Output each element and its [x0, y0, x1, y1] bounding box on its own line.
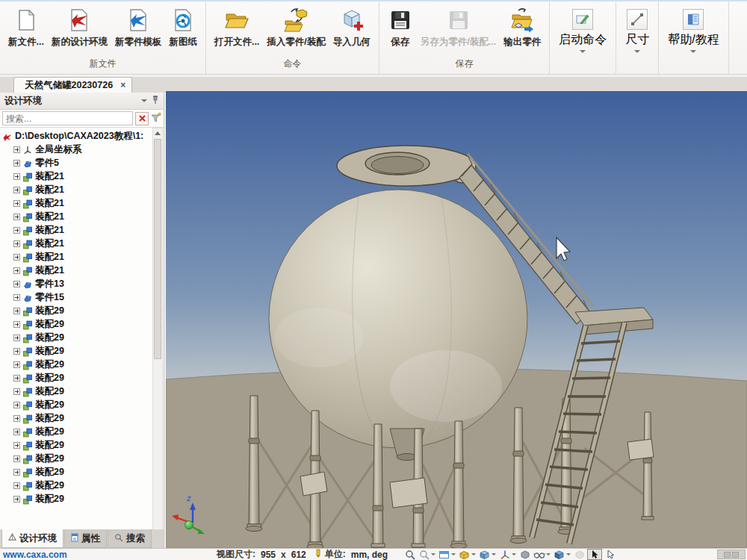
save-as-button[interactable]: 另存为零件/装配... — [418, 4, 498, 52]
tab-close-icon[interactable]: × — [120, 80, 125, 90]
expand-toggle-icon[interactable] — [13, 281, 20, 287]
tab-search[interactable]: 搜索 — [108, 529, 152, 548]
view-window-icon[interactable] — [438, 550, 450, 560]
expand-toggle-icon[interactable] — [13, 254, 20, 261]
tree-item[interactable]: 装配29 — [0, 371, 152, 385]
new-part-template-button[interactable]: 新零件模板 — [113, 4, 164, 52]
expand-toggle-icon[interactable] — [13, 348, 20, 355]
tree-item[interactable]: 装配29 — [0, 492, 152, 505]
tree-item[interactable]: 装配21 — [0, 169, 152, 183]
chevron-down-icon[interactable] — [492, 553, 496, 556]
viewport-3d[interactable]: z — [166, 91, 747, 548]
scrollbar-thumb[interactable] — [154, 139, 161, 359]
tab-properties[interactable]: 属性 — [64, 529, 107, 548]
orientation-icon[interactable] — [498, 550, 511, 560]
tree-item[interactable]: 装配21 — [0, 223, 152, 237]
tree-item[interactable]: 装配29 — [0, 344, 152, 358]
expand-toggle-icon[interactable] — [13, 214, 20, 220]
tree-item[interactable]: 装配29 — [0, 358, 152, 371]
new-drawing-button[interactable]: 新图纸 — [167, 4, 199, 52]
tank-top-ring[interactable] — [337, 146, 476, 186]
select-tool-icon[interactable] — [587, 549, 602, 560]
tree-item[interactable]: 装配29 — [0, 438, 152, 452]
display-mode-icon[interactable] — [478, 550, 491, 560]
expand-toggle-icon[interactable] — [13, 429, 20, 435]
tree-item[interactable]: 装配21 — [0, 196, 152, 210]
tree-item[interactable]: 装配29 — [0, 398, 152, 411]
tree-item[interactable]: 装配21 — [0, 237, 152, 250]
tree-item[interactable]: 装配29 — [0, 331, 152, 344]
zoom-in-icon[interactable] — [403, 550, 416, 560]
tree-item[interactable]: 装配29 — [0, 425, 152, 438]
expand-toggle-icon[interactable] — [13, 160, 20, 167]
tank-sphere[interactable] — [269, 190, 527, 448]
expand-toggle-icon[interactable] — [13, 187, 20, 193]
expand-toggle-icon[interactable] — [13, 308, 20, 314]
tree-item[interactable]: 装配29 — [0, 479, 152, 492]
expand-toggle-icon[interactable] — [13, 496, 20, 503]
render-style-icon[interactable] — [553, 550, 565, 560]
new-file-button[interactable]: 新文件... — [6, 4, 46, 52]
expand-toggle-icon[interactable] — [13, 200, 20, 207]
snap-settings-button[interactable] — [717, 550, 746, 559]
tree-item[interactable]: 装配21 — [0, 250, 152, 264]
expand-toggle-icon[interactable] — [13, 321, 20, 328]
expand-toggle-icon[interactable] — [13, 469, 20, 476]
tree-item[interactable]: 零件5 — [0, 156, 152, 169]
expand-toggle-icon[interactable] — [13, 482, 20, 489]
save-button[interactable]: 保存 — [385, 4, 415, 52]
tree-item[interactable]: 全局坐标系 — [0, 143, 152, 156]
tree-item[interactable]: D:\Desktop\CAXA2023教程\1: — [0, 129, 152, 143]
import-geometry-button[interactable]: 导入几何 — [331, 4, 373, 52]
expand-toggle-icon[interactable] — [13, 240, 20, 247]
tree-item[interactable]: 装配29 — [0, 411, 152, 425]
open-file-button[interactable]: 打开文件... — [212, 4, 261, 52]
expand-toggle-icon[interactable] — [13, 335, 20, 341]
expand-toggle-icon[interactable] — [13, 455, 20, 462]
tab-design-environment[interactable]: 设计环境 — [1, 529, 63, 548]
filter-icon[interactable] — [151, 112, 161, 125]
chevron-down-icon[interactable] — [566, 553, 571, 556]
help-tutorial-button[interactable]: 帮助/教程 — [665, 4, 722, 53]
caxa-website-link[interactable]: www.caxa.com — [3, 550, 217, 560]
clear-search-icon[interactable] — [135, 112, 149, 125]
chevron-down-icon[interactable] — [546, 553, 551, 556]
panel-menu-icon[interactable] — [141, 99, 147, 102]
tree-item[interactable]: 零件15 — [0, 290, 152, 304]
appearance-icon[interactable] — [458, 550, 471, 560]
expand-toggle-icon[interactable] — [13, 388, 20, 395]
ghost-tool-icon[interactable] — [573, 550, 586, 560]
expand-toggle-icon[interactable] — [13, 361, 20, 368]
vertical-scrollbar[interactable] — [152, 128, 163, 538]
tree-item[interactable]: 装配29 — [0, 304, 152, 317]
search-input[interactable] — [2, 111, 133, 125]
expand-toggle-icon[interactable] — [13, 375, 20, 382]
chevron-down-icon[interactable] — [431, 553, 436, 556]
expand-toggle-icon[interactable] — [13, 146, 20, 153]
expand-toggle-icon[interactable] — [13, 227, 20, 234]
dimension-button[interactable]: 尺寸 — [622, 4, 652, 53]
tree-item[interactable]: 装配21 — [0, 264, 152, 277]
tree-item[interactable]: 装配21 — [0, 183, 152, 196]
expand-toggle-icon[interactable] — [13, 173, 20, 180]
expand-toggle-icon[interactable] — [13, 267, 20, 274]
expand-toggle-icon[interactable] — [13, 402, 20, 408]
glasses-icon[interactable] — [533, 550, 545, 560]
document-tab[interactable]: 天然气储罐20230726 × — [13, 77, 132, 93]
expand-toggle-icon[interactable] — [13, 415, 20, 422]
tree-item[interactable]: 装配29 — [0, 452, 152, 465]
chevron-down-icon[interactable] — [512, 553, 516, 556]
tree-item[interactable]: 装配29 — [0, 465, 152, 479]
tree-item[interactable]: 装配29 — [0, 385, 152, 398]
tree-item[interactable]: 装配29 — [0, 317, 152, 331]
expand-toggle-icon[interactable] — [13, 442, 20, 449]
pointer-tool-icon[interactable] — [604, 550, 616, 560]
pin-icon[interactable] — [152, 94, 159, 108]
expand-toggle-icon[interactable] — [13, 294, 20, 301]
export-part-button[interactable]: 输出零件 — [501, 4, 543, 52]
new-design-env-button[interactable]: 新的设计环境 — [49, 4, 110, 52]
tree-item[interactable]: 零件13 — [0, 277, 152, 290]
insert-part-button[interactable]: 插入零件/装配 — [264, 4, 327, 52]
tree-item[interactable]: 装配21 — [0, 210, 152, 223]
chevron-down-icon[interactable] — [451, 553, 456, 556]
